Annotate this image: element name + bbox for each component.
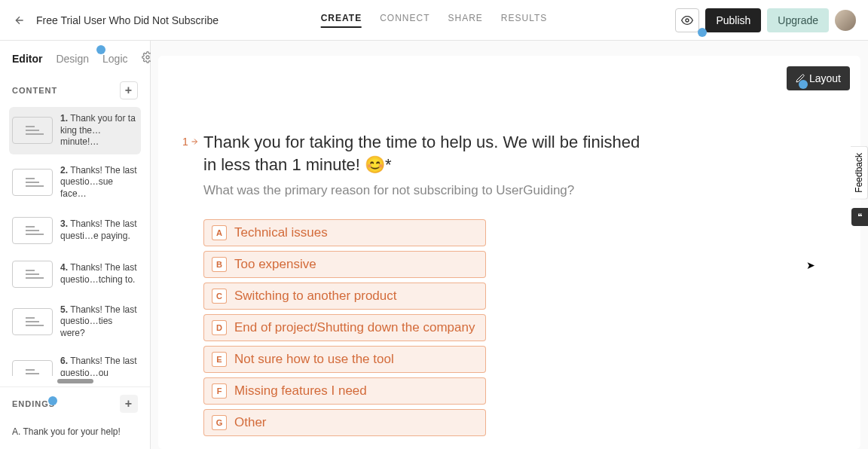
content-item[interactable]: 5. Thanks! The last questio…ties were? xyxy=(9,298,141,346)
sidebar-tabs: Editor Design Logic xyxy=(0,41,150,74)
content-item-label: 4. Thanks! The last questio…tching to. xyxy=(60,262,138,286)
choice-label: Switching to another product xyxy=(234,289,396,304)
back-arrow-icon[interactable] xyxy=(12,13,27,28)
choice-key: B xyxy=(212,257,227,272)
content-list: 1. Thank you for ta king the…minute!…2. … xyxy=(0,107,150,376)
endings-section-header: ENDINGS + xyxy=(0,387,150,420)
top-tabs: CREATE CONNECT SHARE RESULTS xyxy=(321,13,548,28)
add-ending-button[interactable]: + xyxy=(120,395,138,413)
form-card: Layout 1 Thank you for taking the time t… xyxy=(158,56,860,449)
content-item-label: 3. Thanks! The last questi…e paying. xyxy=(60,218,138,242)
choice-option[interactable]: ATechnical issues xyxy=(203,219,486,246)
choice-option[interactable]: ENot sure how to use the tool xyxy=(203,346,486,373)
content-thumb-icon xyxy=(12,117,53,144)
content-item[interactable]: 6. Thanks! The last questio…ou miss… xyxy=(9,350,141,376)
question-description[interactable]: What was the primary reason for not subs… xyxy=(203,183,640,198)
question-wrap: 1 Thank you for taking the time to help … xyxy=(203,131,640,449)
choice-key: G xyxy=(212,415,227,430)
choice-label: End of project/Shutting down the company xyxy=(234,320,475,335)
choice-option[interactable]: GOther xyxy=(203,409,486,436)
choice-label: Not sure how to use the tool xyxy=(234,352,394,367)
tab-create[interactable]: CREATE xyxy=(321,13,362,28)
svg-point-1 xyxy=(146,56,149,59)
top-actions: Publish Upgrade xyxy=(675,8,856,32)
content-item-label: 5. Thanks! The last questio…ties were? xyxy=(60,304,138,340)
upgrade-button[interactable]: Upgrade xyxy=(767,8,829,32)
content-item[interactable]: 3. Thanks! The last questi…e paying. xyxy=(9,211,141,250)
content-section-header: CONTENT + xyxy=(0,74,150,107)
hint-dot-icon xyxy=(799,80,808,89)
preview-button[interactable] xyxy=(675,8,699,32)
scroll-hint xyxy=(57,379,93,383)
topbar: Free Trial User Who Did Not Subscribe CR… xyxy=(0,0,868,41)
sidebar-tab-editor[interactable]: Editor xyxy=(12,53,42,65)
endings-section: ENDINGS + A. Thank you for your help! xyxy=(0,386,150,449)
choice-option[interactable]: FMissing features I need xyxy=(203,377,486,405)
hint-dot-icon xyxy=(48,396,57,405)
sidebar-tab-design[interactable]: Design xyxy=(56,53,89,65)
choice-option[interactable]: BToo expensive xyxy=(203,251,486,278)
content-thumb-icon xyxy=(12,308,53,335)
tab-connect[interactable]: CONNECT xyxy=(380,13,429,28)
content-thumb-icon xyxy=(12,217,53,244)
cursor-icon: ➤ xyxy=(806,259,815,271)
add-content-button[interactable]: + xyxy=(120,81,138,99)
choice-key: D xyxy=(212,320,227,335)
choice-key: C xyxy=(212,289,227,304)
choices-list: ATechnical issuesBToo expensiveCSwitchin… xyxy=(203,219,640,436)
publish-button[interactable]: Publish xyxy=(705,8,761,32)
content-item[interactable]: 2. Thanks! The last questio…sue face… xyxy=(9,159,141,206)
canvas: Layout 1 Thank you for taking the time t… xyxy=(151,41,868,449)
feedback-tab[interactable]: Feedback xyxy=(851,146,868,200)
content-item-label: 2. Thanks! The last questio…sue face… xyxy=(60,165,138,200)
hint-dot-icon xyxy=(698,28,707,37)
choice-label: Missing features I need xyxy=(234,383,367,399)
question-title[interactable]: Thank you for taking the time to help us… xyxy=(203,131,640,176)
content-item-label: 1. Thank you for ta king the…minute!… xyxy=(60,113,138,148)
tab-share[interactable]: SHARE xyxy=(448,13,482,28)
tab-results[interactable]: RESULTS xyxy=(501,13,547,28)
content-thumb-icon xyxy=(12,169,53,196)
question-number: 1 xyxy=(182,136,199,148)
ending-item[interactable]: A. Thank you for your help! xyxy=(0,420,150,443)
layout-button[interactable]: Layout xyxy=(787,66,850,90)
choice-option[interactable]: DEnd of project/Shutting down the compan… xyxy=(203,314,486,341)
choice-option[interactable]: CSwitching to another product xyxy=(203,283,486,310)
main: Editor Design Logic CONTENT + 1. Thank y… xyxy=(0,41,868,449)
svg-point-0 xyxy=(686,19,689,22)
choice-label: Other xyxy=(234,415,267,430)
hint-dot-icon xyxy=(96,45,105,54)
sidebar-tab-logic[interactable]: Logic xyxy=(102,53,127,65)
choice-label: Technical issues xyxy=(234,225,328,240)
content-thumb-icon xyxy=(12,261,53,288)
avatar[interactable] xyxy=(835,10,856,31)
content-item[interactable]: 4. Thanks! The last questio…tching to. xyxy=(9,255,141,294)
arrow-right-icon xyxy=(190,137,199,146)
choice-key: A xyxy=(212,225,227,240)
feedback-icon[interactable]: ❝ xyxy=(851,208,868,226)
content-item[interactable]: 1. Thank you for ta king the…minute!… xyxy=(9,107,141,154)
layout-label: Layout xyxy=(809,72,841,84)
content-thumb-icon xyxy=(12,360,53,376)
content-item-label: 6. Thanks! The last questio…ou miss… xyxy=(60,356,138,376)
choice-key: F xyxy=(212,383,227,399)
content-label: CONTENT xyxy=(12,86,57,95)
choice-label: Too expensive xyxy=(234,257,316,272)
form-title[interactable]: Free Trial User Who Did Not Subscribe xyxy=(36,14,219,26)
choice-key: E xyxy=(212,352,227,367)
sidebar: Editor Design Logic CONTENT + 1. Thank y… xyxy=(0,41,151,449)
